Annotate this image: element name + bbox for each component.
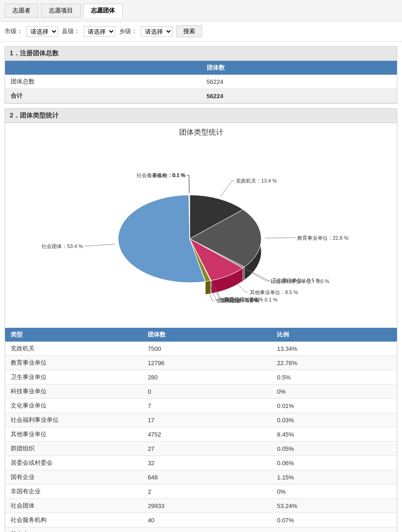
tab-bar: 志愿者 志愿项目 志愿团体 — [0, 0, 402, 22]
section1-col-count: 团体数 — [201, 61, 397, 75]
pie-chart: 党政机关：13.4 %教育事业单位：22.8 %卫生事业单位：0.5 %社会福利… — [10, 142, 393, 322]
svg-text:党政机关：13.4 %: 党政机关：13.4 % — [236, 178, 277, 183]
table-row: 其他事业单位47528.45% — [5, 427, 397, 442]
section2-title: 2．团体类型统计 — [5, 109, 397, 123]
svg-line-27 — [87, 244, 115, 246]
filter-bar: 市级： 请选择 县级： 请选择 乡级： 请选择 搜索 — [0, 22, 402, 41]
svg-line-0 — [220, 181, 232, 197]
svg-text:其他事业单位：8.5 %: 其他事业单位：8.5 % — [250, 290, 298, 295]
table-row: 居委会或村委会320.06% — [5, 456, 397, 470]
section1-table: 团体数 团体总数56224合计56224 — [5, 61, 397, 103]
township-select[interactable]: 请选择 — [141, 26, 173, 37]
section-type-stats: 2．团体类型统计 团体类型统计 党政机关：13.4 %教育事业单位：22.8 %… — [5, 108, 397, 532]
tab-volunteers[interactable]: 志愿者 — [5, 4, 38, 18]
table-row: 社会团体2993353.24% — [5, 499, 397, 513]
svg-text:社会福利事业单位：0.0 %: 社会福利事业单位：0.0 % — [270, 278, 329, 284]
svg-text:教育事业单位：22.8 %: 教育事业单位：22.8 % — [297, 235, 348, 241]
tab-groups[interactable]: 志愿团体 — [83, 4, 123, 18]
section2-col-ratio: 比例 — [271, 328, 397, 342]
table-row: 社会福利事业单位170.03% — [5, 413, 397, 427]
table-row: 基金会390.07% — [5, 527, 397, 532]
table-row: 团体总数56224 — [5, 75, 397, 89]
table-row: 教育事业单位1279622.76% — [5, 356, 397, 370]
table-row: 社会服务机构400.07% — [5, 513, 397, 527]
county-select[interactable]: 请选择 — [84, 26, 115, 37]
county-label: 县级： — [62, 27, 80, 35]
township-label: 乡级： — [119, 27, 137, 35]
section2-col-type: 类型 — [5, 328, 142, 342]
city-select[interactable]: 请选择 — [26, 26, 58, 37]
table-row: 群团组织270.05% — [5, 442, 397, 456]
chart-container: 团体类型统计 党政机关：13.4 %教育事业单位：22.8 %卫生事业单位：0.… — [5, 123, 397, 328]
section1-title: 1．注册团体总数 — [5, 47, 397, 61]
city-label: 市级： — [5, 27, 23, 35]
table-row: 科技事业单位00% — [5, 384, 397, 399]
tab-projects[interactable]: 志愿项目 — [41, 4, 81, 18]
table-row: 党政机关750013.34% — [5, 342, 397, 356]
svg-line-30 — [189, 175, 189, 193]
section2-col-count: 团体数 — [142, 328, 271, 342]
svg-text:社会团体：53.4 %: 社会团体：53.4 % — [42, 243, 83, 249]
table-row: 非国有企业20% — [5, 485, 397, 499]
table-row: 文化事业单位70.01% — [5, 399, 397, 413]
section-registered-total: 1．注册团体总数 团体数 团体总数56224合计56224 — [5, 46, 397, 104]
chart-title: 团体类型统计 — [10, 128, 392, 137]
table-row: 国有企业6481.15% — [5, 470, 397, 485]
svg-line-3 — [265, 238, 294, 238]
svg-text:基金会：0.1 %: 基金会：0.1 % — [152, 172, 186, 178]
section2-table: 类型 团体数 比例 党政机关750013.34%教育事业单位1279622.76… — [5, 328, 397, 532]
section1-col-type — [5, 61, 201, 75]
search-button[interactable]: 搜索 — [176, 25, 202, 37]
svg-text:非国有企业：0.0 %: 非国有企业：0.0 % — [216, 298, 259, 303]
table-row: 合计56224 — [5, 89, 397, 103]
table-row: 卫生事业单位2800.5% — [5, 370, 397, 384]
